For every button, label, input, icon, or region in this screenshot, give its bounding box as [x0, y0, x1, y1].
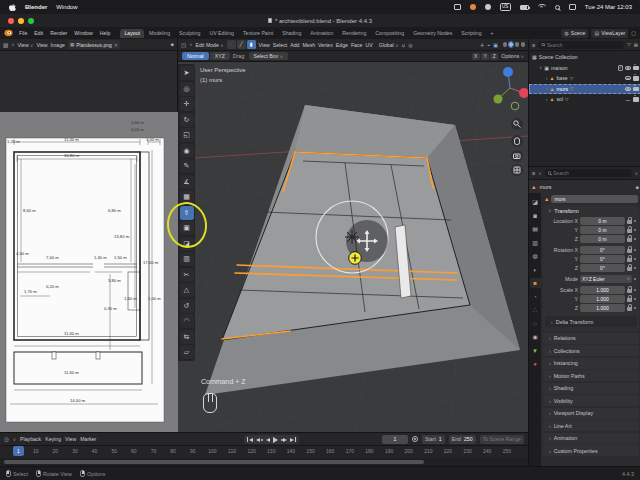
hide-viewport-icon[interactable]	[625, 87, 631, 91]
transform-value-field[interactable]: 1.000	[580, 295, 625, 303]
animate-dot[interactable]	[634, 220, 636, 222]
jump-to-start-button[interactable]	[247, 437, 253, 442]
expand-caret[interactable]: ›	[546, 76, 548, 81]
viewport-editor-type-icon[interactable]: ◳	[181, 42, 186, 48]
workspace-tab-layout[interactable]: Layout	[120, 29, 144, 38]
mirror-z[interactable]: Z	[490, 53, 498, 60]
timeline-menu-playback[interactable]: Playback	[20, 436, 41, 442]
viewport-menu-add[interactable]: Add	[290, 42, 299, 48]
outliner-search[interactable]	[538, 41, 624, 49]
menubar-app-name[interactable]: Blender	[25, 4, 47, 10]
viewport-canvas[interactable]: ➤◎✛↻◱◉✎∡▦⇧▣◪▥✂△↺◠⇆▱	[178, 62, 528, 432]
mirror-x[interactable]: X	[472, 53, 480, 60]
spotlight-icon[interactable]	[555, 5, 560, 10]
timeline-menu-keying[interactable]: Keying	[45, 436, 61, 442]
animate-dot[interactable]	[634, 258, 636, 260]
workspace-tab-rendering[interactable]: Rendering	[338, 29, 370, 38]
close-window-button[interactable]	[8, 18, 14, 24]
properties-tab-scene[interactable]: ◍	[530, 251, 541, 261]
orientation-dropdown[interactable]: Global ∨	[379, 42, 399, 48]
animate-dot[interactable]	[634, 238, 636, 240]
prev-keyframe-button[interactable]	[256, 438, 263, 442]
current-frame-field[interactable]: 1	[382, 435, 408, 444]
workspace-tab-shading[interactable]: Shading	[278, 29, 305, 38]
properties-tab-physics[interactable]: ◌	[530, 319, 541, 329]
menu-render[interactable]: Render	[47, 30, 70, 36]
pan-button[interactable]	[511, 135, 523, 147]
shading-material[interactable]	[515, 42, 520, 47]
subpanel-delta-transform[interactable]: ›Delta Transform	[545, 316, 637, 327]
display-icon[interactable]	[454, 4, 461, 10]
disable-render-icon[interactable]	[633, 76, 639, 81]
animate-dot[interactable]	[634, 229, 636, 231]
options-dropdown[interactable]: Options ∨	[501, 53, 524, 59]
control-center-icon[interactable]	[569, 4, 576, 10]
tool-move[interactable]: ✛	[180, 97, 194, 111]
play-button[interactable]	[273, 437, 278, 443]
rotation-mode-dropdown[interactable]: XYZ Euler∨	[580, 275, 632, 283]
viewport-menu-vertex[interactable]: Vertex	[318, 42, 333, 48]
section-motion-paths[interactable]: ›Motion Paths	[543, 370, 639, 381]
timeline-editor-type-icon[interactable]: ◷	[4, 436, 9, 442]
outliner-row-base[interactable]: ›▲base▽	[529, 73, 640, 84]
timeline-ruler[interactable]: 1 10203040506070809010011012013014015016…	[0, 446, 528, 458]
play-reverse-button[interactable]	[266, 438, 270, 442]
frame-start-field[interactable]: Start1	[422, 435, 445, 444]
scene-selector[interactable]: ◍Scene	[561, 29, 588, 38]
tool-poly-build[interactable]: △	[180, 283, 194, 297]
animate-dot[interactable]	[634, 249, 636, 251]
tool-select-box[interactable]: ➤	[180, 66, 194, 80]
lock-icon[interactable]	[627, 298, 632, 302]
collection-checkbox[interactable]: ✓	[618, 65, 624, 71]
xray-toggle-icon[interactable]: ▣	[493, 42, 498, 48]
outliner-editor-type-icon[interactable]: ≡	[532, 42, 535, 48]
pin-icon[interactable]: ◆	[171, 42, 174, 47]
orientation-normal[interactable]: Normal	[182, 52, 209, 60]
unlink-image-icon[interactable]: ✕	[114, 42, 118, 48]
axis-z-ball[interactable]	[503, 67, 513, 77]
workspace-tab-animation[interactable]: Animation	[306, 29, 337, 38]
view-layer-selector[interactable]: ▤ViewLayer	[591, 29, 628, 38]
timeline-menu-view[interactable]: View	[65, 436, 76, 442]
scrollbar-thumb[interactable]	[4, 460, 424, 464]
properties-tab-particles[interactable]: ∴	[530, 305, 541, 315]
disable-render-icon[interactable]	[633, 87, 639, 92]
input-source-badge[interactable]: US	[500, 3, 511, 11]
animate-dot[interactable]	[634, 307, 636, 309]
viewport-menu-mesh[interactable]: Mesh	[302, 42, 315, 48]
extrude-plus-handle[interactable]	[349, 252, 362, 265]
frame-end-field[interactable]: End250	[449, 435, 476, 444]
proportional-edit-icon[interactable]: ◎	[408, 42, 412, 48]
expand-caret[interactable]: ›	[546, 86, 548, 91]
camera-view-button[interactable]	[511, 150, 523, 162]
pin-icon[interactable]: ◆	[636, 185, 639, 190]
hide-viewport-icon[interactable]	[625, 76, 631, 80]
viewport-menu-select[interactable]: Select	[273, 42, 287, 48]
menubar-menu-window[interactable]: Window	[56, 4, 77, 10]
properties-tab-object-data[interactable]: ▼	[530, 346, 541, 356]
drag-mode-dropdown[interactable]: Select Box ∨	[249, 52, 289, 60]
mode-dropdown[interactable]: Edit Mode ∨	[196, 42, 224, 48]
transform-value-field[interactable]: 0°	[580, 246, 625, 254]
lock-icon[interactable]	[627, 249, 632, 253]
tool-rotate[interactable]: ↻	[180, 113, 194, 127]
workspace-tab-texture-paint[interactable]: Texture Paint	[239, 29, 277, 38]
workspace-tab-compositing[interactable]: Compositing	[371, 29, 408, 38]
section-custom-properties[interactable]: ›Custom Properties	[543, 445, 639, 456]
workspace-tab--[interactable]: +	[487, 29, 498, 38]
outliner-row-sol[interactable]: ›▲sol▽	[529, 94, 640, 105]
hide-viewport-icon[interactable]	[625, 66, 631, 70]
status-icon[interactable]	[485, 4, 491, 10]
properties-editor-type-icon[interactable]: ≡	[532, 170, 535, 176]
viewport-menu-face[interactable]: Face	[351, 42, 363, 48]
zoom-button[interactable]	[511, 118, 523, 130]
menu-window[interactable]: Window	[71, 30, 95, 36]
workspace-tab-sculpting[interactable]: Sculpting	[175, 29, 204, 38]
shading-mode-switch[interactable]	[501, 42, 525, 47]
workspace-tab-modeling[interactable]: Modeling	[145, 29, 174, 38]
tool-shear[interactable]: ▱	[180, 345, 194, 359]
hide-viewport-icon-closed[interactable]	[625, 98, 631, 101]
transform-value-field[interactable]: 0 m	[580, 235, 625, 243]
new-collection-icon[interactable]: ⊞	[634, 42, 638, 48]
image-editor-type-icon[interactable]: ▨	[3, 42, 8, 48]
